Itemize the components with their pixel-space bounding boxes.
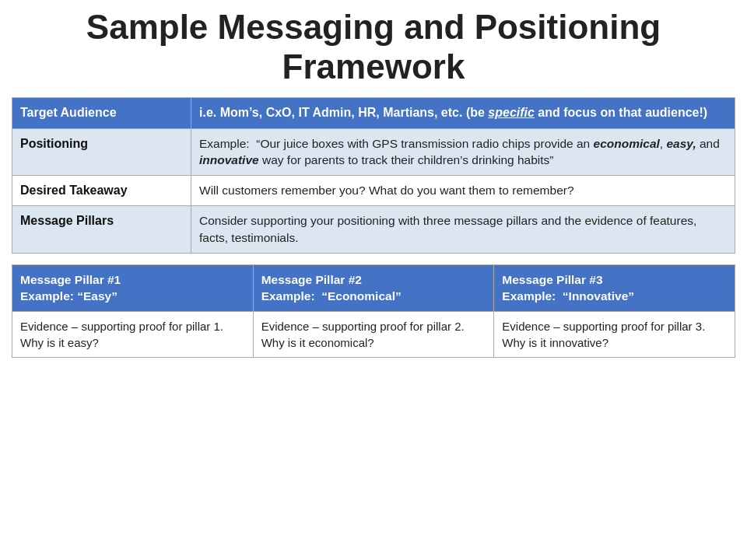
label-positioning: Positioning — [12, 128, 191, 175]
pillars-content-row: Evidence – supporting proof for pillar 1… — [12, 312, 735, 358]
pillar-3-header: Message Pillar #3Example: “Innovative” — [494, 264, 735, 311]
table-row-target-audience: Target Audience i.e. Mom’s, CxO, IT Admi… — [12, 98, 735, 128]
label-desired-takeaway: Desired Takeaway — [12, 175, 191, 205]
table-row-message-pillars: Message Pillars Consider supporting your… — [12, 206, 735, 253]
label-target-audience: Target Audience — [12, 98, 191, 128]
main-table: Target Audience i.e. Mom’s, CxO, IT Admi… — [12, 97, 735, 254]
table-row-desired-takeaway: Desired Takeaway Will customers remember… — [12, 175, 735, 205]
page-title: Sample Messaging and PositioningFramewor… — [12, 8, 735, 86]
content-positioning: Example: “Our juice boxes with GPS trans… — [191, 128, 735, 175]
pillars-table: Message Pillar #1Example: “Easy” Message… — [12, 264, 735, 358]
pillar-1-header: Message Pillar #1Example: “Easy” — [12, 264, 254, 311]
pillar-1-content: Evidence – supporting proof for pillar 1… — [12, 312, 254, 358]
content-desired-takeaway: Will customers remember you? What do you… — [191, 175, 735, 205]
pillars-header-row: Message Pillar #1Example: “Easy” Message… — [12, 264, 735, 311]
label-message-pillars: Message Pillars — [12, 206, 191, 253]
pillar-3-content: Evidence – supporting proof for pillar 3… — [494, 312, 735, 358]
pillar-2-header: Message Pillar #2Example: “Economical” — [253, 264, 494, 311]
content-message-pillars: Consider supporting your positioning wit… — [191, 206, 735, 253]
pillar-2-content: Evidence – supporting proof for pillar 2… — [253, 312, 494, 358]
content-target-audience: i.e. Mom’s, CxO, IT Admin, HR, Martians,… — [191, 98, 735, 128]
table-row-positioning: Positioning Example: “Our juice boxes wi… — [12, 128, 735, 175]
